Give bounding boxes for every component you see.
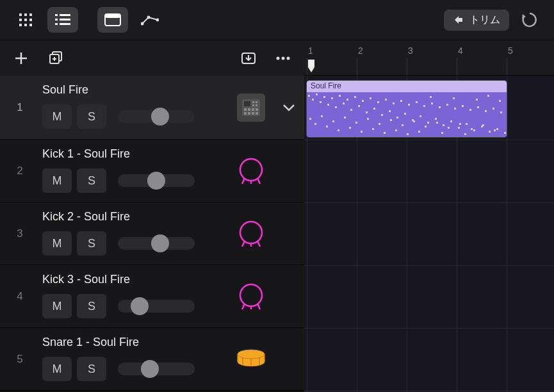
svg-point-19 [156, 19, 159, 22]
svg-rect-5 [29, 19, 32, 21]
region-content [307, 92, 507, 137]
svg-rect-30 [256, 104, 257, 106]
track-row-master[interactable]: 1 Soul Fire M S [0, 76, 304, 140]
svg-rect-38 [256, 112, 258, 115]
track-row[interactable]: 4 Kick 3 - Soul Fire M S [0, 265, 304, 328]
svg-line-44 [242, 241, 245, 247]
midi-region[interactable]: Soul Fire [307, 81, 507, 137]
svg-point-17 [141, 22, 144, 26]
svg-line-45 [257, 241, 260, 247]
ellipsis-icon [275, 56, 291, 61]
ruler-tick: 4 [458, 45, 463, 56]
volume-slider[interactable] [118, 237, 195, 250]
svg-rect-106 [489, 131, 491, 133]
snare-drum-icon [236, 348, 266, 370]
svg-rect-130 [418, 131, 420, 133]
svg-rect-27 [252, 101, 254, 103]
svg-rect-97 [454, 108, 456, 110]
solo-button[interactable]: S [77, 294, 106, 318]
svg-rect-33 [252, 108, 254, 111]
svg-rect-93 [439, 106, 441, 108]
automation-view-button[interactable] [134, 7, 165, 33]
trim-icon [453, 14, 464, 26]
solo-button[interactable]: S [77, 104, 106, 129]
svg-rect-127 [402, 124, 403, 126]
svg-line-48 [242, 304, 245, 309]
mute-button[interactable]: M [42, 294, 72, 318]
svg-point-23 [282, 56, 285, 60]
svg-rect-118 [349, 127, 351, 129]
svg-rect-115 [332, 120, 334, 122]
svg-rect-58 [307, 92, 507, 137]
trim-button[interactable]: トリム [444, 10, 509, 31]
mute-button[interactable]: M [42, 104, 72, 129]
svg-rect-95 [446, 104, 448, 106]
solo-button[interactable]: S [77, 357, 106, 381]
svg-rect-90 [427, 122, 429, 124]
svg-rect-126 [395, 129, 397, 131]
ruler-tick: 1 [308, 45, 313, 56]
mute-button[interactable]: M [42, 168, 72, 193]
svg-rect-136 [453, 97, 455, 99]
volume-slider[interactable] [118, 110, 195, 123]
svg-rect-11 [55, 19, 58, 20]
drum-machine-icon[interactable] [237, 94, 265, 122]
arrange-grid[interactable]: Soul Fire [304, 76, 554, 392]
svg-rect-2 [29, 13, 32, 16]
timeline-panel[interactable]: 1 2 3 4 5 [304, 40, 554, 392]
track-row[interactable]: 2 Kick 1 - Soul Fire M S [0, 140, 304, 202]
top-toolbar: トリム [0, 0, 554, 40]
loop-button[interactable] [516, 7, 544, 33]
track-row[interactable]: 3 Kick 2 - Soul Fire M S [0, 202, 304, 265]
svg-rect-65 [331, 97, 333, 99]
svg-rect-144 [499, 100, 501, 102]
svg-rect-123 [379, 123, 380, 125]
svg-rect-60 [312, 99, 314, 101]
import-button[interactable] [238, 47, 259, 69]
ruler[interactable]: 1 2 3 4 5 [304, 40, 554, 76]
track-name: Kick 1 - Soul Fire [42, 147, 224, 161]
svg-rect-6 [19, 24, 22, 26]
volume-slider[interactable] [118, 363, 195, 375]
region-view-button[interactable] [97, 7, 128, 33]
plus-icon [14, 51, 28, 65]
svg-rect-15 [105, 14, 120, 26]
svg-rect-140 [476, 99, 478, 101]
trim-label: トリム [469, 13, 500, 27]
svg-rect-113 [321, 115, 323, 117]
svg-line-40 [242, 178, 245, 184]
svg-rect-103 [477, 106, 479, 108]
track-number: 3 [0, 202, 40, 265]
svg-rect-124 [384, 132, 386, 134]
mute-button[interactable]: M [42, 357, 72, 381]
duplicate-track-button[interactable] [45, 47, 67, 69]
list-view-button[interactable] [47, 7, 78, 33]
more-button[interactable] [272, 47, 294, 69]
svg-rect-64 [327, 104, 329, 106]
kick-drum-icon [237, 220, 265, 248]
solo-button[interactable]: S [77, 231, 106, 256]
svg-rect-13 [55, 23, 58, 25]
svg-rect-1 [24, 13, 27, 16]
volume-slider[interactable] [118, 300, 195, 313]
volume-slider[interactable] [118, 174, 195, 187]
svg-rect-85 [408, 104, 410, 106]
playhead[interactable] [308, 60, 318, 74]
svg-rect-94 [443, 124, 444, 126]
mute-button[interactable]: M [42, 231, 72, 256]
expand-button[interactable] [277, 96, 300, 119]
svg-rect-86 [412, 119, 414, 121]
svg-rect-29 [252, 104, 254, 106]
track-list-header [0, 40, 304, 76]
svg-rect-121 [367, 118, 369, 120]
svg-point-22 [277, 56, 280, 60]
svg-rect-78 [381, 114, 383, 116]
svg-rect-88 [420, 115, 421, 117]
svg-rect-61 [316, 94, 318, 95]
track-row[interactable]: 5 Snare 1 - Soul Fire M S [0, 328, 304, 391]
grid-view-button[interactable] [10, 7, 41, 33]
kick-drum-icon [237, 282, 265, 311]
add-track-button[interactable] [10, 47, 32, 69]
svg-rect-32 [248, 108, 250, 111]
solo-button[interactable]: S [77, 168, 106, 193]
